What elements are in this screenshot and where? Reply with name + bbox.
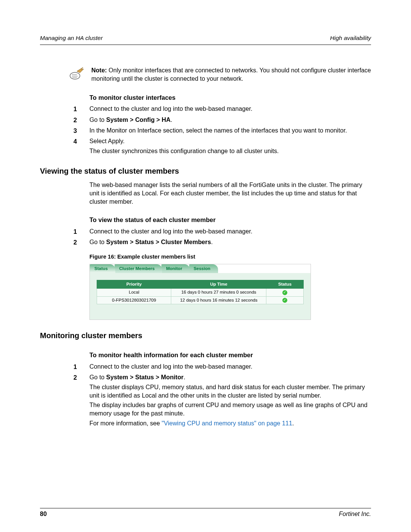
tab-cluster-members[interactable]: Cluster Members: [115, 264, 162, 273]
table-row: 0-FPS3012803021709 12 days 0 hours 16 mi…: [97, 296, 304, 304]
step-body: Connect to the cluster and log into the …: [89, 227, 371, 236]
heading-viewing-status: Viewing the status of cluster members: [40, 166, 371, 176]
step-number: 4: [73, 137, 89, 155]
footer-company: Fortinet Inc.: [339, 510, 371, 518]
col-priority: Priority: [97, 280, 171, 289]
step-number: 1: [73, 363, 89, 371]
header-right: High availability: [330, 34, 371, 42]
status-ok-icon: [282, 298, 287, 303]
status-ok-icon: [282, 290, 287, 295]
step-body: Connect to the cluster and log into the …: [89, 363, 371, 371]
steps-view-status: 1 Connect to the cluster and log into th…: [40, 227, 371, 247]
header-left: Managing an HA cluster: [40, 34, 103, 42]
note-text: Note: Only monitor interfaces that are c…: [91, 66, 371, 83]
header-rule: [40, 45, 371, 45]
subhead-view-status: To view the status of each cluster membe…: [89, 216, 371, 224]
subhead-monitor-health: To monitor health information for each c…: [89, 351, 371, 359]
step-number: 2: [73, 116, 89, 124]
note-icon: [68, 66, 91, 81]
step-body: In the Monitor on Interface section, sel…: [89, 126, 371, 135]
paragraph: The web-based manager lists the serial n…: [89, 181, 371, 206]
subhead-monitor-interfaces: To monitor cluster interfaces: [89, 93, 371, 102]
tab-session[interactable]: Session: [189, 264, 218, 273]
tab-status[interactable]: Status: [90, 264, 115, 273]
step-body: Go to System > Config > HA.: [89, 116, 371, 124]
step-body: Select Apply. The cluster synchronizes t…: [89, 137, 371, 155]
col-status: Status: [266, 280, 304, 289]
footer-rule: [40, 508, 371, 508]
step-body: Go to System > Status > Cluster Members.: [89, 238, 371, 246]
cluster-members-screenshot: Status Cluster Members Monitor Session P…: [89, 264, 311, 320]
table-row: Local 16 days 0 hours 27 minutes 0 secon…: [97, 289, 304, 297]
figure-caption: Figure 16: Example cluster members list: [89, 253, 371, 261]
page-number: 80: [40, 510, 47, 518]
xref-cpu-memory-status[interactable]: "Viewing CPU and memory status" on page …: [162, 420, 292, 427]
col-uptime: Up Time: [171, 280, 266, 289]
steps-monitor-interfaces: 1 Connect to the cluster and log into th…: [40, 105, 371, 155]
heading-monitoring-members: Monitoring cluster members: [40, 331, 371, 341]
step-body: Go to System > Status > Monitor. The clu…: [89, 373, 371, 428]
step-body: Connect to the cluster and log into the …: [89, 105, 371, 113]
step-number: 2: [73, 373, 89, 428]
tab-monitor[interactable]: Monitor: [161, 264, 190, 273]
steps-monitor-health: 1 Connect to the cluster and log into th…: [40, 363, 371, 428]
cluster-members-table: Priority Up Time Status Local 16 days 0 …: [97, 280, 304, 305]
step-number: 1: [73, 227, 89, 236]
tab-bar: Status Cluster Members Monitor Session: [90, 264, 311, 273]
step-number: 2: [73, 238, 89, 246]
svg-marker-4: [77, 67, 84, 73]
step-number: 1: [73, 105, 89, 113]
svg-point-0: [70, 72, 80, 79]
step-number: 3: [73, 126, 89, 135]
note-block: Note: Only monitor interfaces that are c…: [68, 66, 371, 83]
